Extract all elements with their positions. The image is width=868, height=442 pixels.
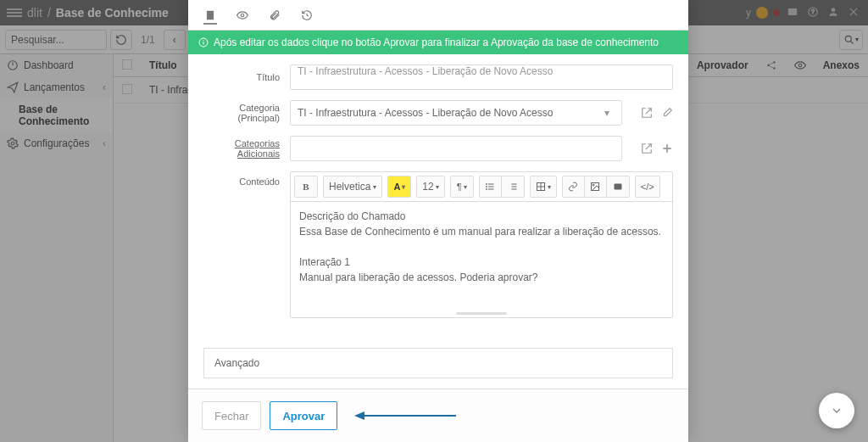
rich-text-editor: B Helvetica▾ A▾ 12▾ ¶▾ ▾ xyxy=(290,171,673,318)
paragraph-button[interactable]: ¶▾ xyxy=(451,176,473,197)
table-button[interactable]: ▾ xyxy=(531,176,556,197)
editor-body[interactable]: Descrição do Chamado Essa Base de Conhec… xyxy=(291,202,672,312)
tab-attach[interactable] xyxy=(268,8,281,22)
editor-line: Descrição do Chamado xyxy=(299,209,664,224)
label-titulo: Título xyxy=(203,72,280,82)
editor-line: Manual para liberação de acessos. Poderi… xyxy=(299,270,664,285)
svg-rect-18 xyxy=(207,10,214,20)
color-button[interactable]: A▾ xyxy=(388,176,410,197)
svg-point-31 xyxy=(487,187,487,187)
edit-icon[interactable] xyxy=(661,107,673,119)
categoria-select[interactable]: TI - Infraestrutura - Acessos - Liberaçã… xyxy=(290,100,622,126)
svg-point-30 xyxy=(487,184,487,185)
link-button[interactable] xyxy=(563,176,585,197)
eye-icon xyxy=(236,9,248,21)
external-icon[interactable] xyxy=(641,143,653,154)
editor-line: Interação 1 xyxy=(299,255,664,270)
info-icon xyxy=(198,37,209,48)
chevron-down-icon xyxy=(830,404,843,417)
plus-icon[interactable] xyxy=(661,143,673,154)
editor-line: Essa Base de Conhecimento é um manual pa… xyxy=(299,224,664,239)
image-button[interactable] xyxy=(585,176,607,197)
bold-button[interactable]: B xyxy=(295,176,317,197)
banner-text: Após editar os dados clique no botão Apr… xyxy=(214,36,659,48)
svg-line-21 xyxy=(307,15,309,16)
attachment-icon xyxy=(269,9,281,21)
size-select[interactable]: 12▾ xyxy=(417,176,443,197)
list-ol-button[interactable] xyxy=(502,176,524,197)
annotation-arrow xyxy=(354,411,456,420)
tab-preview[interactable] xyxy=(236,8,249,22)
svg-rect-41 xyxy=(614,184,621,190)
categoria-value: TI - Infraestrutura - Acessos - Liberaçã… xyxy=(298,107,553,119)
label-cat-add[interactable]: Categorias Adicionais xyxy=(203,138,280,159)
page-icon xyxy=(204,9,216,21)
tab-form[interactable] xyxy=(203,11,217,25)
svg-point-24 xyxy=(203,40,203,41)
font-select[interactable]: Helvetica▾ xyxy=(324,176,381,197)
list-ul-button[interactable] xyxy=(480,176,502,197)
approve-button[interactable]: Aprovar xyxy=(270,401,337,430)
chevron-down-icon: ▾ xyxy=(599,107,615,119)
svg-point-32 xyxy=(487,189,487,190)
titulo-input[interactable]: TI - Infraestrutura - Acessos - Liberaçã… xyxy=(290,64,673,90)
close-button[interactable]: Fechar xyxy=(202,401,261,430)
external-icon[interactable] xyxy=(641,107,653,119)
video-button[interactable] xyxy=(607,176,629,197)
svg-point-19 xyxy=(241,14,244,17)
label-conteudo: Conteúdo xyxy=(203,171,280,187)
svg-point-40 xyxy=(593,184,594,186)
code-button[interactable]: </> xyxy=(636,176,659,197)
label-categoria: Categoria (Principal) xyxy=(203,103,280,123)
scroll-down-fab[interactable] xyxy=(819,393,854,428)
history-icon xyxy=(301,9,313,21)
tab-history[interactable] xyxy=(300,8,314,22)
info-banner: Após editar os dados clique no botão Apr… xyxy=(188,31,688,54)
resize-handle[interactable] xyxy=(291,312,672,317)
cat-add-input[interactable] xyxy=(290,136,622,161)
advanced-section[interactable]: Avançado xyxy=(203,348,673,378)
